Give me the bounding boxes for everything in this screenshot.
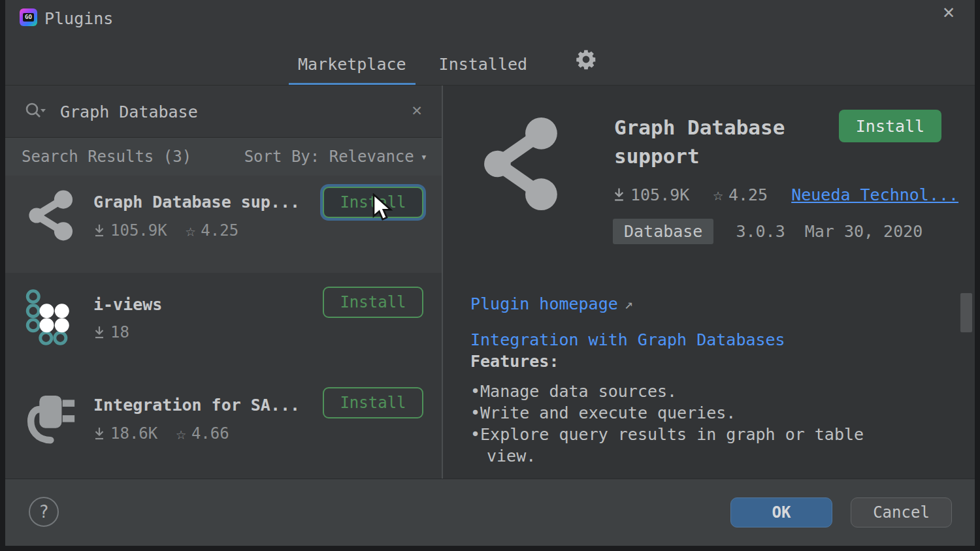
help-button[interactable]: ? xyxy=(29,497,59,527)
plugin-date: Mar 30, 2020 xyxy=(805,222,923,241)
ok-button[interactable]: OK xyxy=(730,497,832,527)
tabs-row: Marketplace Installed xyxy=(5,42,975,85)
close-icon[interactable]: ✕ xyxy=(937,0,960,24)
plug-icon xyxy=(25,388,87,453)
star-icon: ☆ xyxy=(186,221,196,240)
gear-icon[interactable] xyxy=(574,47,598,74)
search-icon[interactable] xyxy=(24,101,46,122)
plugin-stats: 18 xyxy=(93,323,442,341)
download-icon xyxy=(93,426,105,441)
star-icon: ☆ xyxy=(176,424,186,443)
download-icon xyxy=(613,187,625,202)
plugin-detail-title: Graph Database support xyxy=(614,113,840,170)
plugin-homepage-link[interactable]: Plugin homepage xyxy=(470,293,618,315)
search-results-panel: Graph Database ✕ Search Results (3) Sort… xyxy=(5,86,442,479)
integration-link[interactable]: Integration with Graph Databases xyxy=(470,330,785,349)
download-icon xyxy=(93,325,105,339)
feature-item: Manage data sources. xyxy=(470,381,902,402)
plugin-details-panel: Graph Database support Install 105.9K ☆ … xyxy=(443,86,975,479)
plugin-stats: 105.9K ☆ 4.25 xyxy=(93,221,442,240)
plugins-dialog: GO Plugins ✕ Marketplace Installed xyxy=(5,0,975,546)
external-link-icon: ↗ xyxy=(625,293,633,315)
chevron-down-icon: ▾ xyxy=(421,150,427,163)
share-graph-icon xyxy=(25,190,87,255)
features-list: Manage data sources. Write and execute q… xyxy=(470,381,902,467)
plugin-description: Plugin homepage ↗ Integration with Graph… xyxy=(470,293,902,467)
cancel-button[interactable]: Cancel xyxy=(851,497,952,527)
goland-logo-icon: GO xyxy=(20,8,37,26)
vendor-link[interactable]: Neueda Technol... xyxy=(791,185,958,204)
plugin-version: 3.0.3 xyxy=(736,222,785,241)
feature-item: Explore query results in graph or table … xyxy=(470,424,902,467)
plugin-stats: 18.6K ☆ 4.66 xyxy=(93,424,442,443)
dialog-footer: ? OK Cancel xyxy=(5,479,975,546)
plugin-row-graph-database[interactable]: Graph Database sup... 105.9K ☆ 4.25 Inst… xyxy=(5,176,442,273)
install-button-graph-database[interactable]: Install xyxy=(323,187,423,218)
share-graph-icon-large xyxy=(480,115,565,215)
results-count: Search Results (3) xyxy=(22,148,191,166)
results-header: Search Results (3) Sort By: Relevance ▾ xyxy=(5,138,442,176)
plugin-detail-stats: 105.9K ☆ 4.25 Neueda Technol... xyxy=(613,185,958,204)
download-icon xyxy=(93,223,105,238)
dots-grid-icon xyxy=(25,287,87,353)
sort-by-dropdown[interactable]: Sort By: Relevance ▾ xyxy=(244,148,427,166)
features-heading: Features: xyxy=(470,351,902,372)
install-button-detail[interactable]: Install xyxy=(839,110,941,142)
install-button-i-views[interactable]: Install xyxy=(323,287,423,318)
feature-item: Write and execute queries. xyxy=(470,402,902,424)
plugin-meta: Database 3.0.3 Mar 30, 2020 xyxy=(613,219,923,244)
star-icon: ☆ xyxy=(713,185,723,204)
category-tag[interactable]: Database xyxy=(613,219,713,244)
dialog-title: Plugins xyxy=(44,9,113,28)
plugin-row-integration-sa[interactable]: Integration for SA... 18.6K ☆ 4.66 Insta… xyxy=(5,373,442,475)
scrollbar-thumb[interactable] xyxy=(960,293,972,332)
tab-marketplace[interactable]: Marketplace xyxy=(293,50,412,84)
tab-installed[interactable]: Installed xyxy=(434,50,532,84)
plugin-row-i-views[interactable]: i-views 18 Install xyxy=(5,273,442,373)
search-field[interactable]: Graph Database ✕ xyxy=(5,86,442,138)
content-area: Graph Database ✕ Search Results (3) Sort… xyxy=(5,85,975,479)
search-input[interactable]: Graph Database xyxy=(60,102,198,121)
install-button-integration-sa[interactable]: Install xyxy=(323,387,423,418)
clear-search-icon[interactable]: ✕ xyxy=(412,100,422,119)
title-bar: GO Plugins ✕ xyxy=(5,0,975,42)
